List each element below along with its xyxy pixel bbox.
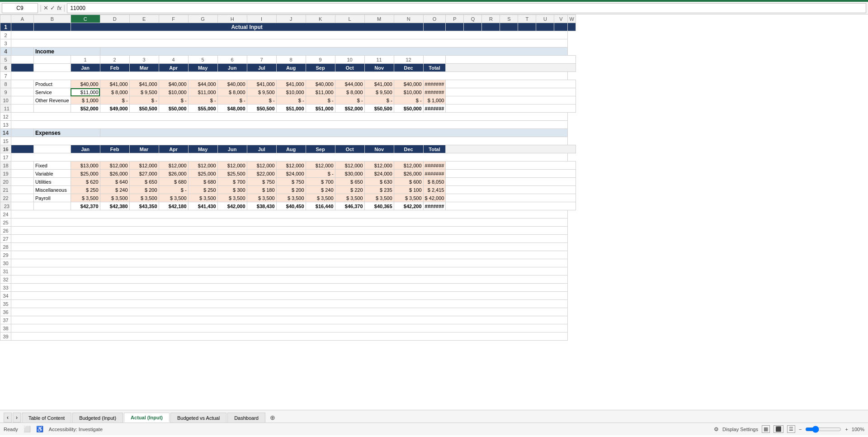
fixed-aug[interactable]: $12,000 (276, 162, 306, 170)
view-page-break-icon[interactable]: ☰ (787, 425, 795, 433)
variable-apr[interactable]: $26,000 (159, 170, 188, 178)
income-total-dec[interactable]: $50,000 (394, 104, 423, 113)
misc-aug[interactable]: $ 200 (276, 186, 306, 194)
income-total-nov[interactable]: $50,500 (364, 104, 394, 113)
util-total[interactable]: $ 8,050 (423, 178, 446, 186)
util-oct[interactable]: $ 650 (335, 178, 364, 186)
income-total-jan[interactable]: $52,000 (71, 104, 100, 113)
income-total-apr[interactable]: $50,000 (159, 104, 188, 113)
col-header-H[interactable]: H (217, 15, 247, 23)
payroll-dec[interactable]: $ 3,500 (394, 194, 423, 202)
util-aug[interactable]: $ 750 (276, 178, 306, 186)
service-apr[interactable]: $10,000 (159, 88, 188, 96)
product-feb[interactable]: $41,000 (100, 80, 129, 88)
util-may[interactable]: $ 680 (188, 178, 217, 186)
zoom-slider[interactable] (805, 426, 841, 433)
other-total[interactable]: $ 1,000 (423, 96, 446, 104)
variable-jun[interactable]: $25,500 (217, 170, 247, 178)
variable-jul[interactable]: $22,000 (247, 170, 276, 178)
other-dec[interactable]: $ - (394, 96, 423, 104)
col-header-G[interactable]: G (188, 15, 217, 23)
formula-input[interactable] (67, 3, 866, 13)
income-total-total[interactable]: ####### (423, 104, 446, 113)
product-may[interactable]: $44,000 (188, 80, 217, 88)
service-jun[interactable]: $ 8,000 (217, 88, 247, 96)
view-page-layout-icon[interactable]: ⬛ (774, 425, 783, 433)
payroll-apr[interactable]: $ 3,500 (159, 194, 188, 202)
zoom-out-icon[interactable]: − (799, 427, 802, 432)
fixed-oct[interactable]: $12,000 (335, 162, 364, 170)
tab-scroll-left[interactable]: ‹ (4, 413, 12, 423)
col-header-F[interactable]: F (159, 15, 188, 23)
other-mar[interactable]: $ - (129, 96, 159, 104)
product-nov[interactable]: $41,000 (364, 80, 394, 88)
income-total-mar[interactable]: $50,500 (129, 104, 159, 113)
product-sep[interactable]: $40,000 (306, 80, 335, 88)
exp-total-aug[interactable]: $40,450 (276, 202, 306, 210)
col-header-V[interactable]: V (554, 15, 568, 23)
payroll-total[interactable]: $ 42,000 (423, 194, 446, 202)
col-header-S[interactable]: S (500, 15, 518, 23)
other-jun[interactable]: $ - (217, 96, 247, 104)
fixed-jan[interactable]: $13,000 (71, 162, 100, 170)
misc-may[interactable]: $ 250 (188, 186, 217, 194)
cell-A1[interactable] (11, 23, 34, 31)
tab-budgeted-input[interactable]: Budgeted (Input) (72, 413, 123, 423)
misc-feb[interactable]: $ 240 (100, 186, 129, 194)
cell-W1[interactable] (568, 23, 576, 31)
misc-jan[interactable]: $ 250 (71, 186, 100, 194)
col-header-C[interactable]: C (71, 15, 100, 23)
col-header-J[interactable]: J (276, 15, 306, 23)
fixed-jun[interactable]: $12,000 (217, 162, 247, 170)
variable-nov[interactable]: $24,000 (364, 170, 394, 178)
cell-P1[interactable] (446, 23, 464, 31)
service-nov[interactable]: $ 9,500 (364, 88, 394, 96)
product-jan[interactable]: $40,000 (71, 80, 100, 88)
service-sep[interactable]: $11,000 (306, 88, 335, 96)
confirm-icon[interactable]: ✓ (50, 5, 55, 11)
cell-R1[interactable] (482, 23, 500, 31)
service-oct[interactable]: $ 8,000 (335, 88, 364, 96)
variable-jan[interactable]: $25,000 (71, 170, 100, 178)
payroll-jul[interactable]: $ 3,500 (247, 194, 276, 202)
exp-total-oct[interactable]: $46,370 (335, 202, 364, 210)
misc-apr[interactable]: $ - (159, 186, 188, 194)
fixed-sep[interactable]: $12,000 (306, 162, 335, 170)
col-header-W[interactable]: W (568, 15, 576, 23)
variable-sep[interactable]: $ - (306, 170, 335, 178)
service-aug[interactable]: $10,000 (276, 88, 306, 96)
tab-budgeted-vs-actual[interactable]: Budgeted vs Actual (170, 413, 226, 423)
cancel-icon[interactable]: ✕ (43, 5, 48, 11)
util-apr[interactable]: $ 680 (159, 178, 188, 186)
col-header-A[interactable]: A (11, 15, 34, 23)
col-header-U[interactable]: U (536, 15, 554, 23)
exp-total-total[interactable]: ####### (423, 202, 446, 210)
view-normal-icon[interactable]: ▦ (762, 425, 770, 433)
product-apr[interactable]: $40,000 (159, 80, 188, 88)
product-jul[interactable]: $41,000 (247, 80, 276, 88)
payroll-feb[interactable]: $ 3,500 (100, 194, 129, 202)
col-header-E[interactable]: E (129, 15, 159, 23)
exp-total-jan[interactable]: $42,370 (71, 202, 100, 210)
col-header-I[interactable]: I (247, 15, 276, 23)
service-may[interactable]: $11,000 (188, 88, 217, 96)
service-mar[interactable]: $ 9,500 (129, 88, 159, 96)
col-header-Q[interactable]: Q (464, 15, 482, 23)
misc-sep[interactable]: $ 240 (306, 186, 335, 194)
col-header-N[interactable]: N (394, 15, 423, 23)
util-sep[interactable]: $ 700 (306, 178, 335, 186)
spreadsheet[interactable]: A B C D E F G H I J K L M N O P Q (0, 14, 868, 410)
payroll-jun[interactable]: $ 3,500 (217, 194, 247, 202)
display-settings-label[interactable]: Display Settings (722, 427, 758, 432)
income-total-feb[interactable]: $49,000 (100, 104, 129, 113)
cell-O1[interactable] (423, 23, 446, 31)
payroll-oct[interactable]: $ 3,500 (335, 194, 364, 202)
other-sep[interactable]: $ - (306, 96, 335, 104)
fixed-mar[interactable]: $12,000 (129, 162, 159, 170)
service-feb[interactable]: $ 8,000 (100, 88, 129, 96)
variable-total[interactable]: ####### (423, 170, 446, 178)
other-feb[interactable]: $ - (100, 96, 129, 104)
income-total-oct[interactable]: $52,000 (335, 104, 364, 113)
col-header-T[interactable]: T (518, 15, 536, 23)
fixed-dec[interactable]: $12,000 (394, 162, 423, 170)
